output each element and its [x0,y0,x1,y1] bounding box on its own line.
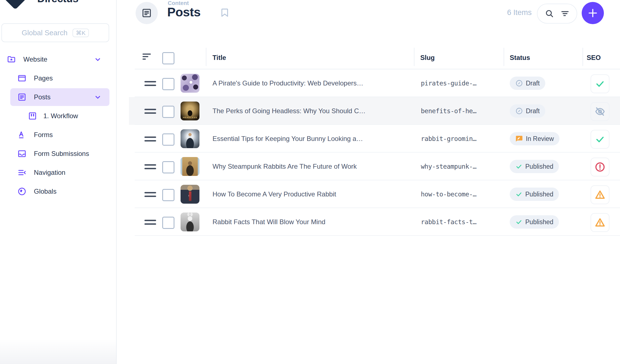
drag-handle-icon[interactable] [144,136,156,144]
row-divider [135,235,620,236]
drag-handle-icon[interactable] [144,164,156,171]
row-checkbox[interactable] [162,161,174,173]
post-slug: rabbit-groomin… [421,125,476,153]
post-title: Essential Tips for Keeping Your Bunny Lo… [212,125,363,153]
warning-icon [594,217,606,228]
directus-app: Directus Global Search ⌘K Website [0,0,620,364]
post-thumbnail [181,213,199,231]
seo-indicator [591,102,609,121]
row-checkbox[interactable] [162,189,174,201]
filter-icon[interactable] [560,9,570,18]
column-divider[interactable] [504,48,504,66]
check-icon [595,134,605,145]
column-header-status[interactable]: Status [510,46,530,69]
row-checkbox[interactable] [162,78,174,90]
post-thumbnail [181,185,199,204]
post-slug: pirates-guide-… [421,69,476,97]
sidebar-bottom-fade [0,339,116,364]
column-divider[interactable] [582,48,583,66]
draft-icon [515,79,523,87]
post-thumbnail [181,129,199,148]
seo-indicator [591,185,609,204]
plus-icon [587,7,599,19]
post-title: Why Steampunk Rabbits Are The Future of … [212,153,357,180]
status-badge: Draft [510,77,545,90]
status-label: Draft [526,80,540,87]
row-hover-highlight [129,97,620,125]
seo-indicator [591,158,609,176]
table-row[interactable]: How To Become A Very Productive Rabbit h… [0,180,620,208]
items-count: 6 Items [472,8,532,17]
app-name: Directus [37,0,78,5]
post-thumbnail [181,157,199,176]
post-thumbnail: HEADLESS [181,102,199,120]
check-icon [595,79,605,89]
thumbnail-text: HEADLESS [181,116,199,119]
seo-indicator [591,213,609,232]
status-label: Published [525,218,553,226]
status-badge: Published [510,160,559,173]
status-label: In Review [526,135,554,143]
status-label: Published [525,163,553,170]
check-icon [515,218,522,226]
page-title: Posts [167,5,201,19]
draft-icon [515,107,523,115]
table-row[interactable]: A Pirate's Guide to Productivity: Web De… [0,69,620,97]
column-divider[interactable] [206,48,206,66]
rate-review-icon [515,135,523,143]
post-slug: benefits-of-he… [421,97,476,125]
table-row[interactable]: Essential Tips for Keeping Your Bunny Lo… [0,125,620,153]
row-checkbox[interactable] [162,106,174,118]
table-row[interactable]: HEADLESS The Perks of Going Headless: Wh… [0,97,620,125]
search-placeholder: Global Search [22,29,68,37]
post-slug: why-steampunk-… [421,153,476,180]
add-item-button[interactable] [582,2,604,24]
post-slug: how-to-become-… [421,180,476,208]
status-badge: Published [510,188,559,201]
seo-indicator [591,130,609,149]
column-header-slug[interactable]: Slug [420,46,435,69]
keyboard-shortcut-badge: ⌘K [72,29,89,37]
column-header-title[interactable]: Title [212,46,226,69]
status-label: Draft [526,107,540,115]
drag-handle-icon[interactable] [144,109,156,116]
app-logo[interactable]: Directus [0,0,116,9]
eye-off-icon [594,106,606,117]
column-divider[interactable] [414,48,414,66]
manual-sort-icon[interactable] [142,54,151,61]
post-title: The Perks of Going Headless: Why You Sho… [212,97,366,125]
bookmark-icon[interactable] [219,7,230,19]
status-badge: In Review [510,132,559,145]
post-title: A Pirate's Guide to Productivity: Web De… [212,69,363,97]
search-filter-pill [537,4,577,24]
error-icon [594,161,606,173]
article-icon [141,7,152,19]
check-icon [515,163,522,170]
search-icon[interactable] [545,9,554,18]
collection-icon-button[interactable] [136,2,158,24]
global-search-input[interactable]: Global Search ⌘K [1,23,109,42]
drag-handle-icon[interactable] [144,81,156,88]
table-row[interactable]: Rabbit Facts That Will Blow Your Mind ra… [0,208,620,236]
check-icon [515,191,522,198]
post-thumbnail [181,74,199,93]
warning-icon [594,189,606,200]
table-header: Title Slug Status SEO [0,46,620,69]
drag-handle-icon[interactable] [144,192,156,199]
column-header-seo[interactable]: SEO [587,46,601,69]
seo-indicator [591,74,609,93]
post-title: Rabbit Facts That Will Blow Your Mind [212,208,325,236]
select-all-checkbox[interactable] [162,52,174,64]
table-row[interactable]: Why Steampunk Rabbits Are The Future of … [0,153,620,180]
post-slug: rabbit-facts-t… [421,208,476,236]
status-badge: Draft [510,104,545,118]
directus-logo-icon [3,0,28,9]
post-title: How To Become A Very Productive Rabbit [212,180,336,208]
row-checkbox[interactable] [162,133,174,146]
status-label: Published [525,191,553,198]
status-badge: Published [510,215,559,229]
row-checkbox[interactable] [162,217,174,229]
drag-handle-icon[interactable] [144,220,156,227]
